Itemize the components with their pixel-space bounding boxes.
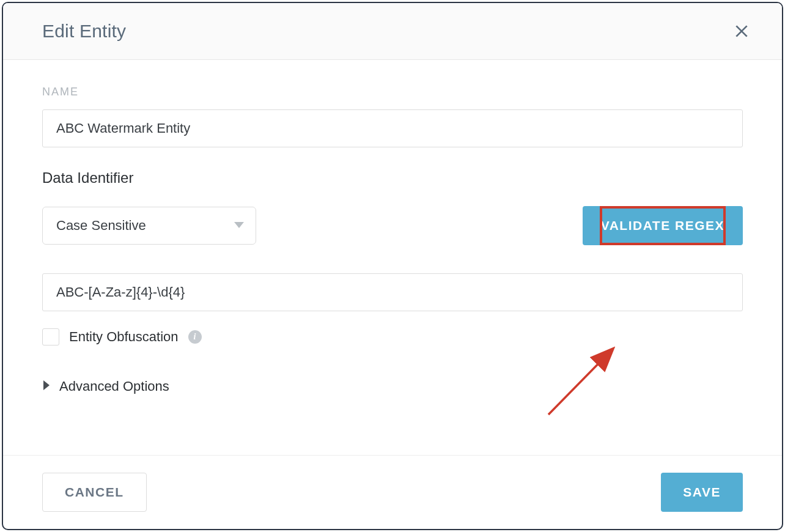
svg-marker-3 [43,380,50,390]
name-input[interactable] [42,109,743,147]
cancel-button[interactable]: CANCEL [42,473,147,512]
entity-obfuscation-row: Entity Obfuscation i [42,328,743,345]
modal-title: Edit Entity [42,21,126,42]
save-label: SAVE [683,485,721,499]
modal-body: NAME Data Identifier Case Sensitive VALI… [3,60,782,455]
cancel-label: CANCEL [65,485,124,499]
save-button[interactable]: SAVE [661,473,743,512]
name-label: NAME [42,86,743,98]
close-button[interactable] [731,20,753,42]
info-icon: i [188,330,202,344]
case-mode-selected: Case Sensitive [56,218,146,234]
advanced-options-toggle[interactable]: Advanced Options [42,379,743,394]
edit-entity-modal: Edit Entity NAME Data Identifier Case Se… [2,2,783,530]
modal-footer: CANCEL SAVE [3,455,782,529]
close-icon [734,23,750,39]
case-mode-select[interactable]: Case Sensitive [42,207,256,245]
entity-obfuscation-checkbox[interactable] [42,328,59,345]
regex-input[interactable] [42,273,743,311]
caret-right-icon [42,380,51,393]
validate-regex-label: VALIDATE REGEX [601,218,724,232]
advanced-options-label: Advanced Options [59,379,169,394]
data-identifier-row: Case Sensitive VALIDATE REGEX [42,206,743,245]
data-identifier-heading: Data Identifier [42,169,743,187]
entity-obfuscation-label: Entity Obfuscation [69,329,179,345]
modal-header: Edit Entity [3,3,782,60]
validate-regex-button[interactable]: VALIDATE REGEX [583,206,743,245]
